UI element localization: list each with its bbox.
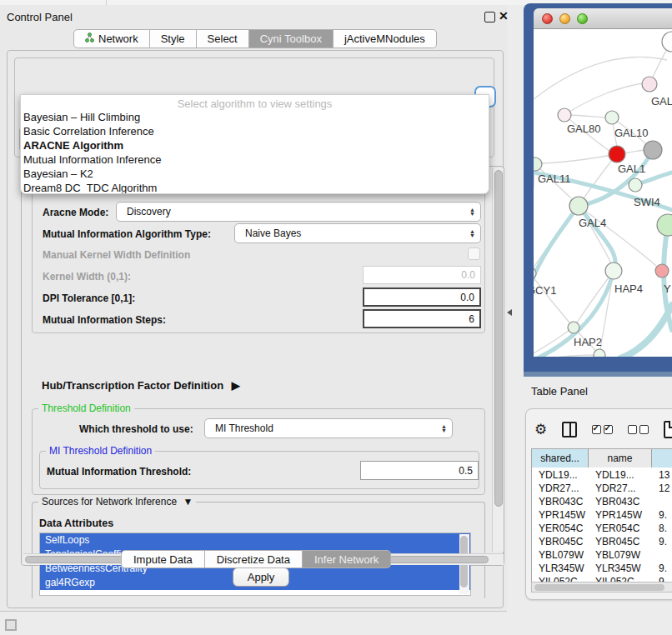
aracne-mode-combo[interactable]: Discovery ▲▼ (116, 202, 481, 222)
close-icon[interactable]: ✕ (499, 9, 509, 22)
network-node[interactable] (662, 32, 672, 52)
float-window-icon[interactable] (484, 12, 495, 22)
algorithm-item-bayesian-k2[interactable]: Bayesian – K2 (21, 167, 489, 181)
algorithm-item-mutual-information-inference[interactable]: Mutual Information Inference (21, 152, 489, 167)
tab-network[interactable]: Network (73, 29, 150, 48)
table-cell: YLR345W (539, 562, 587, 575)
table-cell: YPR145W (539, 508, 587, 522)
tab-select[interactable]: Select (197, 29, 249, 48)
network-node-y[interactable] (655, 264, 669, 278)
tab-label: Style (161, 32, 185, 45)
network-window: GALGAL80GAL10GAL1GAL11SWI4GAL4GCY1HAP4YH… (524, 3, 672, 377)
close-traffic-light-icon[interactable] (542, 13, 553, 24)
network-edge[interactable] (577, 271, 614, 322)
network-edge[interactable] (564, 83, 643, 115)
network-node-gal80[interactable] (558, 108, 571, 122)
column-header-name[interactable]: name (589, 449, 652, 468)
deselect-all-icon[interactable] (628, 425, 649, 434)
network-node-hap2[interactable] (568, 322, 579, 333)
mi-type-label: Mutual Information Algorithm Type: (43, 228, 211, 240)
table-row[interactable]: YBL079WYBL079W (532, 548, 672, 562)
network-canvas[interactable]: GALGAL80GAL10GAL1GAL11SWI4GAL4GCY1HAP4YH… (534, 29, 672, 357)
table-row[interactable]: YIL052CYIL052C9. (532, 575, 672, 582)
dpi-tolerance-field[interactable] (363, 288, 481, 307)
mi-threshold-label: Mutual Information Threshold: (47, 466, 191, 478)
mi-threshold-field[interactable] (360, 461, 479, 480)
cyni-algorithm-settings-group: Cyni Algorithm Settings Algorithm Defini… (21, 166, 504, 566)
tab-infer-network[interactable]: Infer Network (303, 550, 391, 568)
mi-type-combo[interactable]: Naive Bayes ▲▼ (234, 223, 481, 243)
control-panel-content: Select algorithm to view settings Bayesi… (7, 50, 504, 608)
tab-impute-data[interactable]: Impute Data (121, 550, 205, 568)
network-node-label: GAL4 (579, 217, 606, 229)
network-node[interactable] (594, 349, 605, 357)
kernel-width-field[interactable] (363, 266, 481, 284)
column-header-a[interactable]: A (652, 449, 672, 468)
network-node-hap4[interactable] (605, 262, 622, 279)
tab-style[interactable]: Style (150, 29, 197, 48)
table-hscrollbar-thumb[interactable] (534, 584, 664, 591)
select-all-icon[interactable] (592, 425, 613, 434)
hub-definition-label[interactable]: Hub/Transcription Factor Definition ▶ (42, 379, 240, 392)
network-node[interactable] (657, 214, 672, 236)
kernel-width-label: Kernel Width (0,1): (43, 271, 131, 282)
table-row[interactable]: YDR27...YDR27...12 (532, 482, 672, 495)
attribute-item-selfloops[interactable]: SelfLoops (40, 533, 470, 548)
zoom-traffic-light-icon[interactable] (577, 13, 588, 24)
unchecked-box-icon (639, 425, 649, 434)
network-node-gal1[interactable] (609, 146, 625, 162)
table-row[interactable]: YDL19...YDL19...13 (532, 468, 672, 482)
manual-kernel-label: Manual Kernel Width Definition (43, 249, 190, 261)
algorithm-item-basic-correlation-inference[interactable]: Basic Correlation Inference (21, 124, 489, 138)
network-icon (85, 32, 94, 45)
table-cell: YPR145W (595, 508, 650, 522)
network-node-gal4[interactable] (569, 197, 588, 215)
gear-icon[interactable]: ⚙ (534, 422, 547, 437)
table-row[interactable]: YBR045CYBR045C9. (532, 535, 672, 548)
table-horizontal-scrollbar[interactable] (531, 582, 672, 592)
tab-cyni-toolbox[interactable]: Cyni Toolbox (249, 29, 333, 48)
network-node-swi4[interactable] (629, 178, 642, 192)
mi-steps-field[interactable] (363, 309, 481, 328)
minimize-traffic-light-icon[interactable] (559, 13, 570, 24)
columns-icon[interactable] (562, 422, 576, 438)
sources-title[interactable]: Sources for Network Inference ▼ (38, 496, 196, 508)
apply-button[interactable]: Apply (233, 568, 289, 587)
network-edge[interactable] (534, 273, 569, 322)
network-edge[interactable] (579, 206, 656, 266)
table-row[interactable]: YLR345WYLR345W9. (532, 562, 672, 575)
threshold-definition-title: Threshold Definition (38, 402, 134, 414)
network-node-gal11[interactable] (534, 158, 542, 171)
manual-kernel-checkbox[interactable] (468, 248, 480, 260)
table-row[interactable]: YER054CYER054C8. (532, 522, 672, 535)
tab-jactivemnodules[interactable]: jActiveMNodules (333, 29, 437, 48)
network-node-gal10[interactable] (605, 111, 619, 124)
network-node-gal[interactable] (642, 77, 657, 92)
settings-vertical-scrollbar[interactable] (492, 168, 504, 552)
network-window-titlebar[interactable] (534, 8, 672, 29)
network-node[interactable] (644, 141, 662, 159)
algorithm-item-aracne-algorithm[interactable]: ARACNE Algorithm (21, 138, 489, 152)
algorithm-item-bayesian-hill-climbing[interactable]: Bayesian – Hill Climbing (21, 110, 489, 124)
table-row[interactable]: YBR043CYBR043C (532, 495, 672, 508)
column-header-shared[interactable]: shared... (532, 449, 589, 468)
spinner-arrows-icon: ▲▼ (469, 229, 475, 238)
network-edge[interactable] (534, 164, 535, 268)
network-edge-highlighted[interactable] (620, 305, 672, 357)
collapsed-panel-button[interactable] (5, 619, 17, 631)
table-cell: YDR27... (539, 482, 587, 495)
document-icon[interactable] (664, 421, 672, 438)
network-edge[interactable] (542, 154, 617, 163)
splitter-arrow-icon[interactable] (507, 309, 512, 316)
which-threshold-combo[interactable]: MI Threshold ▲▼ (204, 418, 453, 438)
hub-definition-text: Hub/Transcription Factor Definition (42, 379, 223, 392)
tab-discretize-data[interactable]: Discretize Data (205, 550, 303, 568)
settings-vscrollbar-thumb[interactable] (494, 170, 503, 507)
network-edge-highlighted[interactable] (534, 206, 579, 285)
algorithm-list: Bayesian – Hill ClimbingBasic Correlatio… (21, 110, 489, 194)
table-cell: 12 (659, 482, 672, 495)
which-threshold-value: MI Threshold (215, 422, 273, 434)
table-row[interactable]: YPR145WYPR145W9. (532, 508, 672, 522)
algorithm-item-dream8-dc-tdc-algorithm[interactable]: Dream8 DC_TDC Algorithm (21, 181, 489, 194)
table-cell: 8. (659, 522, 672, 535)
